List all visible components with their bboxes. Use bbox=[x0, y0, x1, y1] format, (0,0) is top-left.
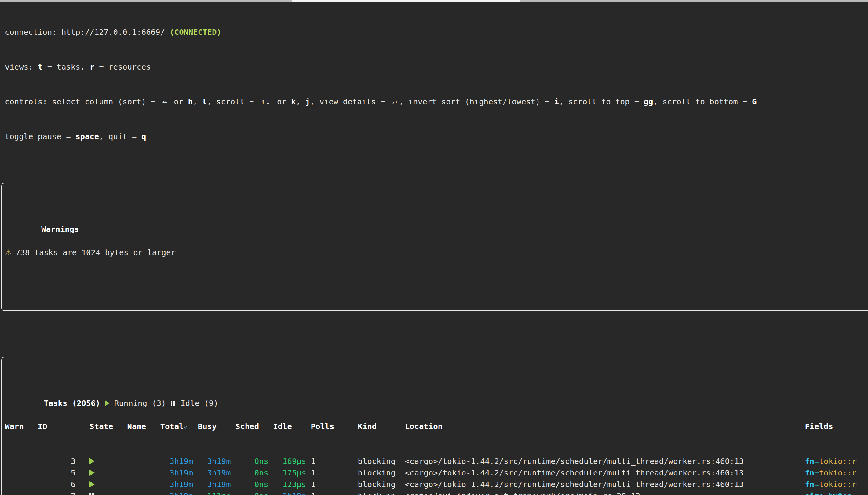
paused-icon bbox=[89, 494, 91, 495]
connection-line: connection: http://127.0.0.1:6669/ (CONN… bbox=[0, 26, 868, 38]
field-segment: tokio::r bbox=[819, 457, 857, 466]
tasks-count: Tasks (2056) bbox=[44, 398, 100, 408]
task-polls: 1 bbox=[311, 455, 358, 467]
task-idle: 3h19m bbox=[273, 490, 311, 495]
task-id: 3 bbox=[38, 455, 89, 467]
text-segment: views: bbox=[5, 62, 38, 71]
task-location: <cargo>/tokio-1.44.2/src/runtime/schedul… bbox=[405, 467, 805, 479]
task-total: 3h19m bbox=[160, 479, 198, 490]
warn-cell bbox=[5, 467, 38, 479]
text-segment: k bbox=[291, 97, 296, 106]
text-segment: , scroll to bottom = bbox=[653, 97, 752, 106]
task-total: 3h19m bbox=[160, 467, 198, 479]
column-header-fields[interactable]: Fields bbox=[805, 421, 868, 433]
column-header-polls[interactable]: Polls bbox=[311, 421, 358, 433]
text-segment: or bbox=[169, 97, 188, 106]
warnings-title: Warnings bbox=[40, 225, 81, 234]
task-busy: 3h19m bbox=[198, 455, 235, 467]
task-state bbox=[89, 467, 127, 479]
task-total: 3h19m bbox=[160, 490, 198, 495]
task-fields: fn=tokio::r bbox=[805, 455, 868, 467]
text-segment: l bbox=[202, 97, 207, 106]
text-segment: = resources bbox=[94, 62, 151, 71]
tasks-running-label: Running (3) bbox=[114, 398, 166, 408]
column-header-busy[interactable]: Busy bbox=[198, 421, 235, 433]
field-segment: fn bbox=[805, 480, 814, 489]
busy-duration: 3h19m bbox=[207, 457, 231, 466]
column-header-kind[interactable]: Kind bbox=[358, 421, 405, 433]
tab-strip-active bbox=[292, 0, 520, 2]
text-segment: space bbox=[76, 132, 99, 141]
column-header-idle[interactable]: Idle bbox=[273, 421, 311, 433]
views-line: views: t = tasks, r = resources bbox=[0, 61, 868, 73]
task-state bbox=[89, 455, 127, 467]
busy-duration: 3h19m bbox=[207, 480, 231, 489]
field-segment: size.bytes bbox=[805, 491, 852, 495]
text-segment: = tasks, bbox=[43, 62, 89, 71]
field-segment: fn bbox=[805, 468, 814, 477]
text-segment: , scroll = bbox=[207, 97, 259, 106]
task-row[interactable]: 63h19m3h19m0ns123µs1blocking<cargo>/toki… bbox=[0, 479, 868, 490]
field-segment: = bbox=[814, 457, 819, 466]
total-duration: 3h19m bbox=[169, 480, 193, 489]
text-segment: , view details = bbox=[310, 97, 390, 106]
task-busy: 3h19m bbox=[198, 467, 235, 479]
warn-cell bbox=[5, 479, 38, 490]
column-header-sched[interactable]: Sched bbox=[235, 421, 273, 433]
idle-duration: 123µs bbox=[283, 480, 306, 489]
task-id: 7 bbox=[38, 490, 89, 495]
tab-strip-right bbox=[520, 0, 868, 2]
column-header-loc[interactable]: Location bbox=[405, 421, 805, 433]
column-header-id[interactable]: ID bbox=[38, 421, 89, 433]
field-segment: tokio::r bbox=[819, 480, 857, 489]
task-idle: 123µs bbox=[273, 479, 311, 490]
task-kind: block_on bbox=[358, 490, 405, 495]
text-segment: G bbox=[752, 97, 756, 106]
tokio-console-terminal: connection: http://127.0.0.1:6669/ (CONN… bbox=[0, 0, 868, 495]
busy-duration: 111ms bbox=[207, 491, 231, 495]
task-sched: 0ns bbox=[235, 490, 273, 495]
text-segment: t bbox=[38, 62, 43, 71]
task-row[interactable]: 33h19m3h19m0ns169µs1blocking<cargo>/toki… bbox=[0, 455, 868, 467]
task-location: crates/sui-indexer-alt-framework/src/mai… bbox=[405, 490, 805, 495]
text-segment: or bbox=[272, 97, 291, 106]
field-segment: fn bbox=[805, 457, 814, 466]
field-segment: = bbox=[814, 468, 819, 477]
tasks-title-group: Tasks (2056) Running (3) Idle (9) bbox=[43, 398, 219, 408]
text-segment: gg bbox=[644, 97, 653, 106]
task-state bbox=[89, 479, 127, 490]
running-icon bbox=[89, 481, 95, 488]
task-name bbox=[127, 479, 160, 490]
sched-duration: 0ns bbox=[254, 491, 268, 495]
warn-cell bbox=[5, 490, 38, 495]
task-id: 6 bbox=[38, 479, 89, 490]
column-header-name[interactable]: Name bbox=[127, 421, 160, 433]
tab-strip-left bbox=[0, 0, 292, 2]
task-busy: 3h19m bbox=[198, 479, 235, 490]
task-sched: 0ns bbox=[235, 479, 273, 490]
text-segment: (CONNECTED) bbox=[169, 28, 221, 37]
task-polls: 1 bbox=[311, 467, 358, 479]
tasks-panel: Tasks (2056) Running (3) Idle (9) WarnID… bbox=[0, 351, 868, 495]
terminal-content: connection: http://127.0.0.1:6669/ (CONN… bbox=[0, 3, 868, 495]
total-duration: 3h19m bbox=[169, 468, 193, 477]
task-name bbox=[127, 467, 160, 479]
column-header-total[interactable]: Total▿ bbox=[160, 421, 198, 433]
text-segment: controls: select column (sort) = bbox=[5, 97, 160, 106]
total-duration: 3h19m bbox=[169, 457, 193, 466]
column-header-state[interactable]: State bbox=[89, 421, 127, 433]
table-header-row: WarnIDStateNameTotal▿BusySchedIdlePollsK… bbox=[0, 421, 868, 432]
sort-descending-icon: ▿ bbox=[184, 423, 187, 431]
task-row[interactable]: 73h19m111ms0ns3h19m1block_oncrates/sui-i… bbox=[0, 490, 868, 495]
task-kind: blocking bbox=[358, 455, 405, 467]
warning-text: 738 tasks are 1024 bytes or larger bbox=[16, 248, 176, 257]
task-row[interactable]: 53h19m3h19m0ns175µs1blocking<cargo>/toki… bbox=[0, 467, 868, 479]
text-segment: ↔ bbox=[160, 96, 169, 107]
column-header-warn[interactable]: Warn bbox=[5, 421, 38, 433]
task-id: 5 bbox=[38, 467, 89, 479]
sched-duration: 0ns bbox=[254, 468, 268, 477]
task-fields: fn=tokio::r bbox=[805, 467, 868, 479]
warning-item: ⚠738 tasks are 1024 bytes or larger bbox=[0, 246, 868, 258]
task-busy: 111ms bbox=[198, 490, 235, 495]
task-location: <cargo>/tokio-1.44.2/src/runtime/schedul… bbox=[405, 479, 805, 490]
